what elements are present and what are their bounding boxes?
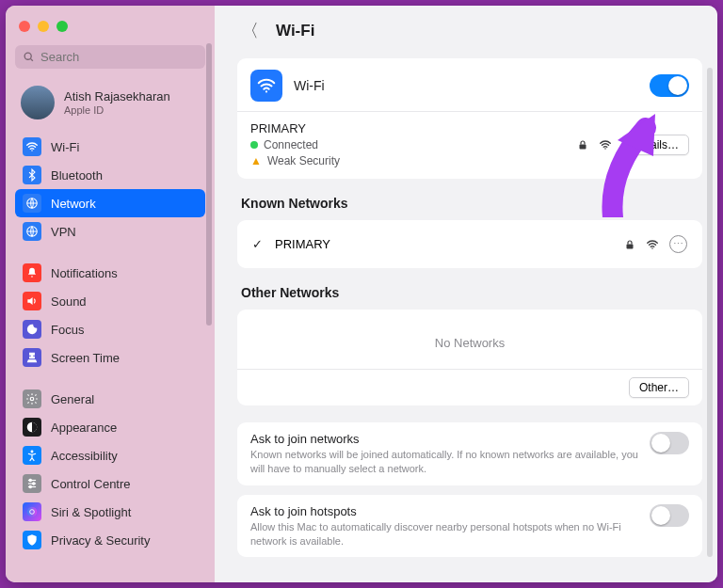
sidebar-item-siri-spotlight[interactable]: Siri & Spotlight	[15, 498, 205, 526]
svg-point-18	[605, 148, 607, 150]
other-networks-card: No Networks Other…	[237, 310, 702, 405]
lock-icon	[577, 138, 588, 151]
svg-point-7	[31, 450, 34, 453]
svg-rect-19	[627, 244, 634, 248]
access-icon	[23, 446, 41, 465]
close-window-button[interactable]	[19, 21, 30, 32]
search-input[interactable]	[40, 50, 199, 64]
sidebar-item-bluetooth[interactable]: Bluetooth	[15, 161, 205, 189]
sidebar-item-label: General	[51, 392, 94, 406]
setting-desc: Allow this Mac to automatically discover…	[250, 520, 638, 548]
page-title: Wi-Fi	[276, 22, 314, 40]
sidebar-item-sound[interactable]: Sound	[15, 287, 205, 315]
known-network-row[interactable]: ✓ PRIMARY ⋯	[250, 231, 689, 257]
warning-text: Weak Security	[267, 154, 340, 167]
setting-title: Ask to join networks	[250, 432, 638, 446]
other-networks-header: Other Networks	[237, 285, 702, 310]
appearance-icon	[23, 418, 41, 437]
sidebar-item-focus[interactable]: Focus	[15, 315, 205, 343]
status-dot	[250, 141, 258, 149]
lock-icon	[624, 238, 635, 251]
bt-icon	[23, 166, 41, 184]
svg-point-2	[31, 150, 33, 151]
sidebar-item-label: Siri & Spotlight	[51, 505, 131, 519]
sidebar: Atish Rajasekharan Apple ID Wi-Fi Blueto…	[6, 6, 215, 582]
current-network-row: PRIMARY Connected ▲ Weak Security	[250, 121, 689, 167]
status-text: Connected	[264, 138, 318, 151]
sidebar-scrollbar[interactable]	[206, 43, 212, 326]
minimize-window-button[interactable]	[38, 21, 49, 32]
sidebar-item-privacy-security[interactable]: Privacy & Security	[15, 526, 205, 554]
sidebar-item-label: Bluetooth	[51, 168, 103, 183]
wifi-toggle[interactable]	[650, 74, 689, 97]
wifi-icon	[250, 70, 282, 102]
search-icon	[23, 51, 35, 63]
checkmark-icon: ✓	[252, 237, 265, 251]
svg-point-16	[265, 90, 267, 92]
apple-id-row[interactable]: Atish Rajasekharan Apple ID	[15, 82, 205, 133]
sidebar-item-label: Network	[51, 197, 96, 211]
svg-point-13	[29, 485, 31, 487]
warning-icon: ▲	[250, 154, 262, 167]
sidebar-item-label: Focus	[51, 323, 84, 337]
siri-icon	[23, 502, 41, 521]
signal-icon	[598, 138, 613, 151]
setting-row-1: Ask to join hotspots Allow this Mac to a…	[237, 495, 702, 558]
current-ssid: PRIMARY	[250, 121, 577, 135]
sidebar-item-label: Sound	[51, 294, 87, 309]
account-name: Atish Rajasekharan	[64, 89, 170, 104]
net-icon	[23, 194, 41, 213]
general-icon	[23, 389, 41, 408]
svg-point-0	[24, 53, 31, 59]
sidebar-item-label: Notifications	[51, 266, 118, 280]
header: 〈 Wi-Fi	[237, 11, 702, 58]
back-button[interactable]: 〈	[237, 19, 263, 43]
fullscreen-window-button[interactable]	[56, 21, 68, 32]
wifi-icon	[23, 137, 41, 156]
window-controls	[15, 17, 205, 45]
sidebar-item-label: VPN	[51, 225, 76, 239]
sidebar-item-vpn[interactable]: VPN	[15, 217, 205, 246]
sidebar-item-label: Control Centre	[51, 477, 131, 491]
focus-icon	[23, 320, 41, 339]
svg-point-14	[27, 507, 38, 517]
svg-line-1	[30, 58, 32, 60]
screen-icon	[23, 348, 41, 367]
more-options-button[interactable]: ⋯	[669, 235, 687, 253]
known-networks-header: Known Networks	[237, 196, 702, 220]
notif-icon	[23, 263, 41, 282]
svg-point-9	[29, 479, 31, 481]
setting-toggle-0[interactable]	[650, 432, 689, 454]
sidebar-item-wi-fi[interactable]: Wi-Fi	[15, 133, 205, 161]
settings-window: Atish Rajasekharan Apple ID Wi-Fi Blueto…	[6, 6, 717, 582]
setting-toggle-1[interactable]	[650, 504, 689, 527]
setting-desc: Known networks will be joined automatica…	[250, 448, 638, 476]
sidebar-item-accessibility[interactable]: Accessibility	[15, 441, 205, 469]
svg-rect-17	[580, 144, 586, 149]
no-networks-text: No Networks	[250, 321, 689, 359]
search-box[interactable]	[15, 45, 205, 69]
wifi-card: Wi-Fi PRIMARY Connected ▲ Weak Security	[237, 58, 702, 179]
setting-row-0: Ask to join networks Known networks will…	[237, 422, 702, 485]
sidebar-item-label: Wi-Fi	[51, 140, 79, 154]
control-icon	[23, 474, 41, 493]
main-scrollbar[interactable]	[707, 68, 713, 557]
sidebar-item-control-centre[interactable]: Control Centre	[15, 469, 205, 498]
details-button[interactable]: Details…	[622, 135, 689, 155]
setting-title: Ask to join hotspots	[250, 504, 638, 518]
wifi-label: Wi-Fi	[294, 78, 638, 93]
sidebar-item-screen-time[interactable]: Screen Time	[15, 343, 205, 372]
svg-point-11	[33, 483, 35, 485]
sidebar-item-notifications[interactable]: Notifications	[15, 259, 205, 287]
other-network-button[interactable]: Other…	[629, 377, 689, 398]
sidebar-item-label: Accessibility	[51, 449, 118, 463]
sidebar-item-network[interactable]: Network	[15, 189, 205, 217]
main-panel: 〈 Wi-Fi Wi-Fi PRIMARY Connected	[215, 6, 717, 582]
sidebar-item-appearance[interactable]: Appearance	[15, 413, 205, 441]
sound-icon	[23, 292, 41, 310]
privacy-icon	[23, 531, 41, 549]
svg-point-20	[651, 247, 653, 249]
sidebar-item-general[interactable]: General	[15, 385, 205, 413]
sidebar-item-label: Appearance	[51, 421, 117, 435]
known-networks-card: ✓ PRIMARY ⋯	[237, 220, 702, 268]
